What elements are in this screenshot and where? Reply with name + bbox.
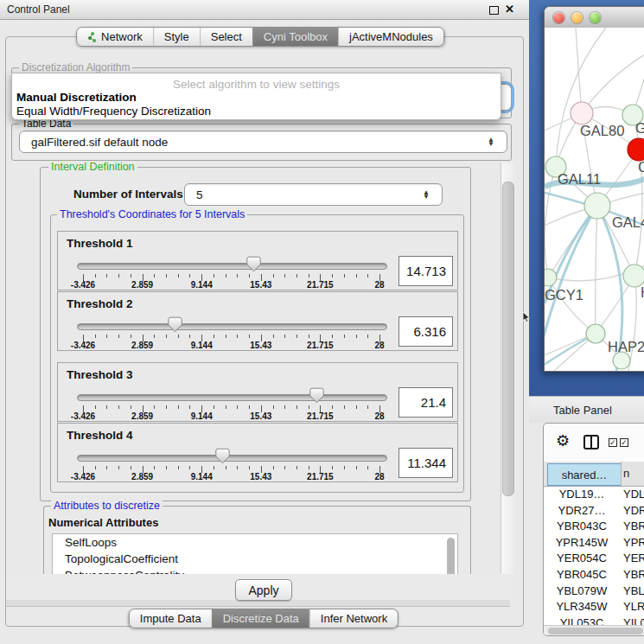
threshold-label: Threshold 1 <box>67 237 133 250</box>
checkbox-icon[interactable]: ✓ <box>620 438 628 447</box>
tick-mark <box>118 335 119 338</box>
node-label: HAP2 <box>608 339 644 354</box>
table-row[interactable]: YPR145WYPR1 <box>544 535 644 552</box>
attribute-list-item[interactable]: TopologicalCoefficient <box>53 551 457 567</box>
tick-label: 21.715 <box>307 472 334 481</box>
cell-name: YPR1 <box>623 536 644 549</box>
table-data-combobox[interactable]: galFiltered.sif default node ▲▼ <box>19 131 507 153</box>
tick-mark <box>166 274 167 277</box>
tick-mark <box>296 405 297 409</box>
num-intervals-combobox[interactable]: 5 ▲▼ <box>184 183 443 206</box>
slider-thumb[interactable] <box>309 387 324 407</box>
tick-label: 21.715 <box>307 341 334 350</box>
control-panel-tabbar: NetworkStyleSelectCyni ToolboxjActiveMNo… <box>76 27 444 47</box>
table-row[interactable]: YBL079WYBL0 <box>544 583 644 600</box>
cell-shared-name: YDR27… <box>544 504 620 517</box>
table-row[interactable]: YBR045CYBR0 <box>544 567 644 583</box>
column-divider[interactable] <box>621 462 622 486</box>
tick-label: -3.426 <box>71 472 95 481</box>
tick-mark <box>178 466 179 469</box>
table-row[interactable]: YLR345WYLR3 <box>544 599 644 615</box>
tick-label: 15.43 <box>250 472 271 481</box>
tick-mark <box>154 466 155 469</box>
slider-thumb[interactable] <box>246 256 261 276</box>
tick-label: 2.859 <box>131 411 153 421</box>
network-node <box>586 324 605 343</box>
tab-impute-data[interactable]: Impute Data <box>130 609 212 628</box>
threshold-value-field[interactable]: 21.4 <box>399 387 453 418</box>
network-window-titlebar[interactable] <box>545 7 644 29</box>
tick-mark <box>95 335 96 338</box>
tick-label: 2.859 <box>131 472 153 481</box>
apply-button[interactable]: Apply <box>235 579 292 601</box>
tab-network[interactable]: Network <box>77 28 153 46</box>
slider-track[interactable] <box>77 323 387 330</box>
slider-track[interactable] <box>77 455 387 462</box>
list-scrollbar[interactable] <box>447 538 455 576</box>
tab-infer-network[interactable]: Infer Network <box>309 609 398 628</box>
tick-mark <box>237 405 238 409</box>
threshold-2-row: Threshold 2-3.4262.8599.14415.4321.71528… <box>57 291 458 351</box>
zoom-traffic-light-icon[interactable] <box>590 12 601 23</box>
column-header-shared-name[interactable]: shared… <box>547 463 622 486</box>
cell-shared-name: YBL079W <box>544 584 620 597</box>
tick-mark <box>226 405 226 409</box>
table-row[interactable]: YIL053CYIL0 <box>544 615 644 625</box>
num-intervals-label: Number of Intervals <box>73 188 183 201</box>
numerical-attributes-list[interactable]: SelfLoopsTopologicalCoefficientBetweenne… <box>52 533 458 576</box>
tab-style[interactable]: Style <box>153 28 200 46</box>
tab-discretize-data[interactable]: Discretize Data <box>212 609 309 628</box>
tick-label: 9.144 <box>191 341 213 350</box>
threshold-value-field[interactable]: 6.316 <box>399 316 453 347</box>
network-window[interactable]: GAL80GAGAL11CGAL4GCY1HHAP2 <box>544 6 644 372</box>
popup-item-2[interactable]: Equal Width/Frequency Discretization <box>12 105 505 118</box>
threshold-value-field[interactable]: 11.344 <box>399 448 453 478</box>
tab-jactivemnodules[interactable]: jActiveMNodules <box>338 28 443 46</box>
attribute-list-item[interactable]: SelfLoops <box>53 534 457 551</box>
tick-mark <box>106 466 107 469</box>
table-panel-header: Table Panel <box>529 396 644 423</box>
tick-mark <box>249 335 250 338</box>
tick-mark <box>367 335 368 338</box>
tick-mark <box>95 466 96 469</box>
tick-mark <box>344 466 345 469</box>
threshold-label: Threshold 2 <box>67 297 133 310</box>
table-panel-window: ⚙ ✓ ✓ shared… n YDL19…YDL1YDR27…YDR2YBR0… <box>543 423 644 636</box>
tab-label: Select <box>211 30 242 43</box>
close-traffic-light-icon[interactable] <box>553 12 564 23</box>
cell-name: YDR2 <box>623 504 644 517</box>
table-row[interactable]: YBR043CYBR0 <box>544 519 644 535</box>
tick-mark <box>95 405 96 409</box>
minimize-traffic-light-icon[interactable] <box>571 12 583 23</box>
slider-track[interactable] <box>77 263 387 270</box>
tick-mark <box>367 274 368 277</box>
threshold-value-field[interactable]: 14.713 <box>399 256 453 286</box>
gear-icon[interactable]: ⚙ <box>556 431 570 450</box>
slider-thumb[interactable] <box>168 316 182 336</box>
popup-item-1[interactable]: Manual Discretization <box>12 91 505 104</box>
table-hscrollbar[interactable] <box>544 625 644 636</box>
table-row[interactable]: YDL19…YDL1 <box>544 487 644 503</box>
table-row[interactable]: YER054CYER0 <box>544 551 644 567</box>
float-window-icon[interactable] <box>489 6 499 15</box>
tick-mark <box>189 274 190 277</box>
column-header-name[interactable]: n <box>623 467 629 480</box>
table-panel-title: Table Panel <box>553 404 612 417</box>
table-row[interactable]: YDR27…YDR2 <box>544 503 644 520</box>
checkbox-icon[interactable]: ✓ <box>609 438 617 447</box>
split-pane-icon[interactable] <box>583 435 599 450</box>
panel-scrollbar-thumb[interactable] <box>502 182 514 496</box>
table-hscrollbar-thumb[interactable] <box>548 628 643 634</box>
network-canvas[interactable]: GAL80GAGAL11CGAL4GCY1HHAP2 <box>545 28 644 371</box>
tick-mark <box>106 274 107 277</box>
tab-select[interactable]: Select <box>200 28 252 46</box>
tick-mark <box>367 405 368 409</box>
tab-cyni-toolbox[interactable]: Cyni Toolbox <box>252 28 338 46</box>
tick-mark <box>214 335 214 338</box>
close-panel-icon[interactable]: ✕ <box>505 3 514 16</box>
slider-track[interactable] <box>77 394 387 401</box>
tick-mark <box>131 335 131 338</box>
network-node <box>628 138 644 161</box>
slider-thumb[interactable] <box>215 448 230 468</box>
cell-shared-name: YBR043C <box>544 520 620 532</box>
